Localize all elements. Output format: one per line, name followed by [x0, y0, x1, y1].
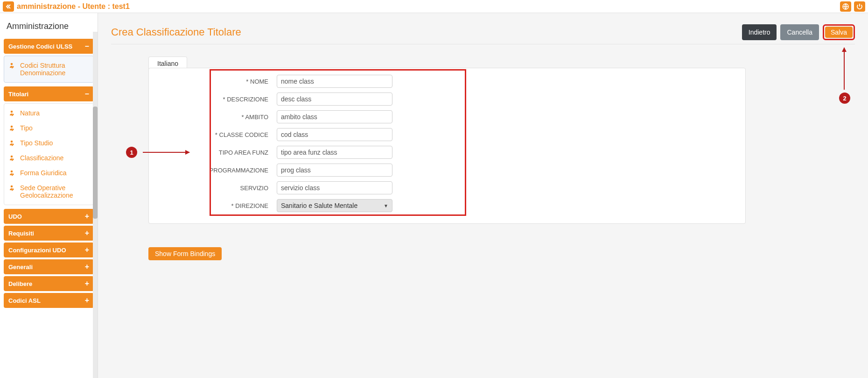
sidebar-item-sede-operative-geolocalizzazione[interactable]: Sede Operative Geolocalizzazione	[4, 180, 93, 203]
section-label: Gestione Codici ULSS	[8, 43, 72, 50]
language-button[interactable]	[840, 1, 851, 12]
sidebar-item-natura[interactable]: Natura	[4, 106, 93, 121]
label-nome: * NOME	[155, 78, 277, 85]
minus-icon: –	[85, 90, 89, 98]
page-header: Crea Classificazione Titolare Indietro C…	[111, 24, 855, 44]
section-header-udo[interactable]: UDO +	[4, 209, 94, 224]
label-direzione: * DIREZIONE	[155, 202, 277, 209]
input-programmazione[interactable]	[277, 164, 392, 177]
input-descrizione[interactable]	[277, 93, 392, 106]
annotation-arrow-right	[143, 152, 189, 153]
input-ambito[interactable]	[277, 110, 392, 123]
sidebar-item-tipo-studio[interactable]: Tipo Studio	[4, 136, 93, 150]
section-header-titolari[interactable]: Titolari –	[4, 86, 94, 101]
save-button-highlight: Salva	[823, 24, 855, 40]
sidebar-item-classificazione[interactable]: Classificazione	[4, 150, 93, 165]
input-classe-codice[interactable]	[277, 128, 392, 141]
label-classe-codice: * CLASSE CODICE	[155, 131, 277, 138]
section-label: Configurazioni UDO	[8, 247, 66, 254]
sidebar-item-label: Classificazione	[20, 154, 63, 162]
minus-icon: –	[85, 42, 89, 50]
sidebar-item-label: Tipo Studio	[20, 139, 53, 147]
svg-point-5	[11, 156, 13, 158]
plus-icon: +	[85, 229, 89, 237]
svg-point-3	[11, 126, 13, 128]
plus-icon: +	[85, 296, 89, 305]
power-button[interactable]	[854, 1, 865, 12]
section-header-configurazioni-udo[interactable]: Configurazioni UDO +	[4, 242, 94, 257]
section-label: Generali	[8, 264, 33, 271]
cancel-button[interactable]: Cancella	[780, 24, 819, 40]
sidebar: Amministrazione Gestione Codici ULSS – C…	[0, 13, 98, 378]
section-header-gestione-codici-ulss[interactable]: Gestione Codici ULSS –	[4, 39, 94, 54]
section-header-delibere[interactable]: Delibere +	[4, 276, 94, 291]
user-edit-icon	[9, 140, 16, 146]
section-label: Requisiti	[8, 230, 34, 237]
save-button[interactable]: Salva	[825, 27, 853, 38]
user-edit-icon	[9, 125, 16, 131]
section-header-requisiti[interactable]: Requisiti +	[4, 226, 94, 241]
section-label: Codici ASL	[8, 297, 41, 304]
user-edit-icon	[9, 185, 16, 191]
back-button[interactable]: Indietro	[742, 24, 777, 40]
label-ambito: * AMBITO	[155, 114, 277, 121]
user-edit-icon	[9, 110, 16, 116]
sidebar-scrollbar-thumb[interactable]	[93, 107, 98, 219]
svg-point-7	[11, 185, 13, 188]
sidebar-item-label: Codici Struttura Denominazione	[20, 62, 89, 77]
sidebar-item-codici-struttura-denominazione[interactable]: Codici Struttura Denominazione	[4, 58, 93, 80]
app-title: amministrazione - Utente : test1	[17, 2, 130, 11]
chevron-left-double-icon	[6, 4, 11, 9]
svg-point-4	[11, 141, 13, 143]
sidebar-item-tipo[interactable]: Tipo	[4, 121, 93, 136]
annotation-marker-1: 1	[126, 147, 137, 158]
svg-point-6	[11, 171, 13, 173]
annotation-arrow-up	[844, 48, 845, 90]
sidebar-scrollbar[interactable]	[93, 32, 98, 378]
section-label: Titolari	[8, 91, 28, 98]
section-label: UDO	[8, 213, 22, 220]
plus-icon: +	[85, 212, 89, 221]
section-body-titolari: Natura Tipo Tipo Studio Classificazione …	[4, 103, 94, 205]
select-direzione[interactable]: Sanitario e Salute Mentale	[277, 199, 392, 212]
topbar: amministrazione - Utente : test1	[0, 0, 868, 13]
globe-icon	[842, 3, 849, 10]
user-edit-icon	[9, 170, 16, 176]
label-descrizione: * DESCRIZIONE	[155, 96, 277, 103]
plus-icon: +	[85, 279, 89, 288]
power-icon	[856, 3, 863, 10]
page-title: Crea Classificazione Titolare	[111, 26, 241, 38]
label-servizio: SERVIZIO	[155, 185, 277, 192]
sidebar-item-label: Sede Operative Geolocalizzazione	[20, 184, 89, 199]
sidebar-item-label: Forma Giuridica	[20, 169, 67, 177]
user-edit-icon	[9, 62, 16, 69]
plus-icon: +	[85, 263, 89, 271]
svg-point-2	[11, 111, 13, 113]
form-card: * NOME * DESCRIZIONE * AMBITO * CLASSE C…	[148, 68, 746, 224]
input-nome[interactable]	[277, 75, 392, 88]
section-header-codici-asl[interactable]: Codici ASL +	[4, 293, 94, 308]
annotation-marker-2: 2	[839, 93, 850, 104]
main-content: Crea Classificazione Titolare Indietro C…	[98, 13, 868, 378]
collapse-sidebar-button[interactable]	[3, 1, 14, 12]
select-direzione-value: Sanitario e Salute Mentale	[281, 202, 357, 209]
section-header-generali[interactable]: Generali +	[4, 259, 94, 274]
plus-icon: +	[85, 246, 89, 254]
section-body-gestione-codici-ulss: Codici Struttura Denominazione	[4, 56, 94, 83]
label-programmazione: PROGRAMMAZIONE	[155, 167, 277, 174]
sidebar-item-forma-giuridica[interactable]: Forma Giuridica	[4, 165, 93, 180]
input-servizio[interactable]	[277, 181, 392, 194]
section-label: Delibere	[8, 280, 32, 287]
user-edit-icon	[9, 155, 16, 161]
input-tipo-area-funz[interactable]	[277, 146, 392, 159]
sidebar-item-label: Natura	[20, 109, 40, 117]
show-form-bindings-button[interactable]: Show Form Bindings	[148, 247, 222, 260]
svg-point-1	[11, 63, 13, 65]
sidebar-title: Amministrazione	[3, 17, 98, 37]
sidebar-item-label: Tipo	[20, 124, 33, 132]
